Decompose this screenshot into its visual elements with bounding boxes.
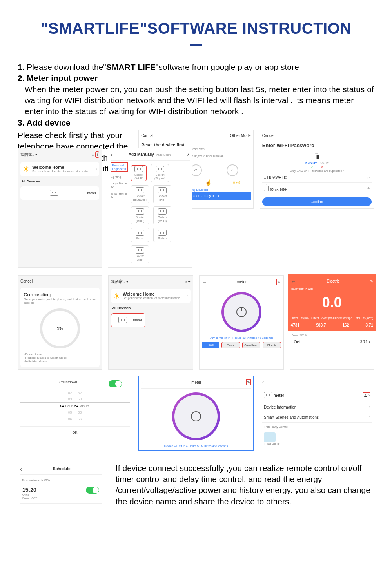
sched-time: 15:20 [22, 487, 37, 493]
all-devices-tab[interactable]: All Devices [21, 179, 40, 183]
screenshot-meter-detail: ←meter✎ Device will off in 4 Hours 53 Mi… [138, 376, 254, 451]
home-dropdown[interactable]: 我的家.. ▾ [111, 279, 128, 285]
device-socket-nb[interactable]: Socket (NB) [153, 185, 171, 203]
more-icon[interactable]: ... [96, 179, 99, 183]
meter-title: meter [237, 280, 247, 284]
today-label: Today Ele (KWh) [291, 287, 373, 290]
device-meter[interactable]: meter [133, 318, 142, 322]
step1-pre: Please download the" [27, 62, 106, 71]
stat-h2: Current Power (W) [310, 317, 332, 319]
tab-countdown[interactable]: Countdown [242, 342, 261, 348]
tmall-label: Tmall Genie [264, 442, 370, 445]
device-meter[interactable]: meter [87, 191, 96, 195]
wifi-ssid[interactable]: HUAWEI30 [267, 175, 287, 180]
year-label[interactable]: Year 2019 [292, 334, 372, 337]
time-picker[interactable]: 02 52 03 53 04 Hour 54 Minute 05 55 06 5… [20, 390, 130, 422]
edit-icon[interactable]: ✎ [370, 279, 373, 283]
device-socket-bt[interactable]: Socket (Bluetooth) [131, 185, 149, 203]
tab-add-manually[interactable]: Add Manually [129, 152, 154, 157]
final-paragraph: If device connect successfully ,you can … [116, 463, 374, 507]
all-devices-tab[interactable]: All Devices [112, 306, 131, 310]
cancel-button[interactable]: Cancel [141, 133, 153, 138]
power-icon [236, 307, 247, 317]
device-socket-other[interactable]: Socket (other) [131, 206, 149, 224]
tab-auto-scan[interactable]: Auto Scan [156, 153, 171, 157]
cat-electrical[interactable]: Electrical Engineerin [111, 162, 128, 172]
power-button[interactable] [221, 292, 261, 332]
step2-hdr: 2. Meter input power [18, 73, 374, 84]
cat-small[interactable]: Small Home Ap.. [111, 192, 128, 199]
cd-title: Countdown [59, 380, 77, 387]
back-button[interactable]: ‹ [262, 379, 264, 385]
mic-icon[interactable]: ⌕ [92, 153, 94, 157]
screenshot-schedule: ‹Schedule Time variance is ±30s 15:20Onc… [18, 463, 104, 506]
ok-button[interactable]: OK [20, 426, 130, 438]
schedule-toggle[interactable] [86, 487, 99, 494]
scenes-row[interactable]: Smart Scenes and Automations [264, 415, 319, 420]
rename-icon[interactable]: ∠ › [363, 392, 370, 398]
screenshot-device-info: ‹ meter∠ › Device Information› Smart Sce… [260, 376, 374, 451]
reset-title: Reset the device first. [141, 142, 250, 147]
add-device-button[interactable]: + [95, 151, 99, 158]
screenshot-home1: 我的家.. ▾⌕ + ☀ Welcome HomeSet your home l… [18, 148, 102, 268]
power-button[interactable] [172, 392, 220, 440]
sun-icon: ☀ [113, 291, 120, 301]
stat-power: 988.7 [316, 323, 326, 327]
device-switch2[interactable]: Switch [153, 228, 171, 242]
device-switch1[interactable]: Switch [131, 228, 149, 242]
other-mode-link[interactable]: Other Mode [230, 133, 251, 138]
instructions-block: 1. Please download the"SMART LIFE"softwa… [18, 62, 374, 128]
screenshot-connecting: Cancel Connecting... Place your router, … [18, 275, 102, 370]
countdown-toggle[interactable] [109, 380, 122, 387]
device-info-row[interactable]: Device Information [264, 405, 296, 409]
sched-state: Power:OFF [22, 496, 37, 500]
cat-large[interactable]: Large Home Ap.. [111, 182, 128, 189]
step2-body: When the meter power on, you can push th… [18, 84, 374, 117]
device-socket-zigbee[interactable]: Socket (Zigbee) [151, 164, 169, 182]
wifi-confirm-button[interactable]: Confirm [262, 197, 372, 206]
back-button[interactable]: ← [202, 279, 207, 285]
edit-icon[interactable]: ✎ [246, 379, 251, 385]
page-title: "SMARTLIFE"SOFTWARE INSTRUCTION [18, 20, 374, 37]
tmall-icon[interactable] [264, 432, 276, 442]
month-value: 3.71 › [360, 340, 370, 344]
tab-timer[interactable]: Timer [221, 342, 240, 348]
stat-total: 3.71 [366, 323, 373, 327]
wifi-pwd-input[interactable]: 62750366 [270, 188, 288, 192]
today-value: 0.0 [291, 290, 373, 315]
cancel-button[interactable]: Cancel [20, 279, 33, 283]
edit-icon[interactable]: ✎ [276, 279, 281, 285]
tab-power[interactable]: Power [202, 342, 220, 348]
tab-electric[interactable]: Electric [263, 342, 281, 348]
schedule-note: Time variance is ±30s [20, 477, 102, 483]
step1-post: "software from google play or app store [156, 62, 299, 71]
back-button[interactable]: ‹ [111, 151, 113, 158]
scan-icon[interactable]: ⤢ [187, 152, 190, 157]
device-switch-other[interactable]: Switch (other) [131, 245, 149, 263]
screenshot-meter-power: ←meter✎ Device will off in 4 Hours 53 Mi… [199, 275, 284, 370]
stat-current: 4731 [291, 323, 299, 327]
cancel-button[interactable]: Cancel [262, 133, 274, 138]
back-button[interactable]: ← [141, 379, 147, 386]
cat-lighting[interactable]: Lighting [111, 175, 128, 179]
welcome-title: Welcome Home [123, 292, 185, 296]
mic-icon[interactable]: ⌕ [185, 279, 187, 284]
device-switch-wifi[interactable]: Switch (Wi-Fi) [153, 206, 171, 224]
plus-icon[interactable]: + [188, 279, 191, 284]
back-button[interactable]: ‹ [20, 466, 22, 472]
stat-voltage: 162 [343, 323, 349, 327]
schedule-item[interactable]: 15:20OncePower:OFF [20, 483, 102, 504]
step1-strong: SMART LIFE [106, 62, 156, 71]
month-row[interactable]: Oct. [294, 340, 301, 344]
band-24: 2.4GHz [305, 161, 317, 165]
countdown-text: Device will off in 4 Hours 53 Minutes 46… [141, 444, 251, 448]
step1-num: 1. [18, 62, 25, 71]
back-button[interactable]: ← [291, 278, 296, 285]
home-dropdown[interactable]: 我的家.. ▾ [20, 152, 37, 157]
cross-icon: ✕ [320, 165, 323, 169]
more-icon[interactable]: ... [187, 306, 190, 310]
screenshot-countdown: Countdown 02 52 03 53 04 Hour 54 Minute … [18, 376, 132, 451]
device-socket-wifi[interactable]: Socket (Wi-Fi) [131, 165, 147, 181]
device-name: meter [274, 393, 284, 397]
thirdparty-label: Third-party Control [262, 423, 372, 431]
